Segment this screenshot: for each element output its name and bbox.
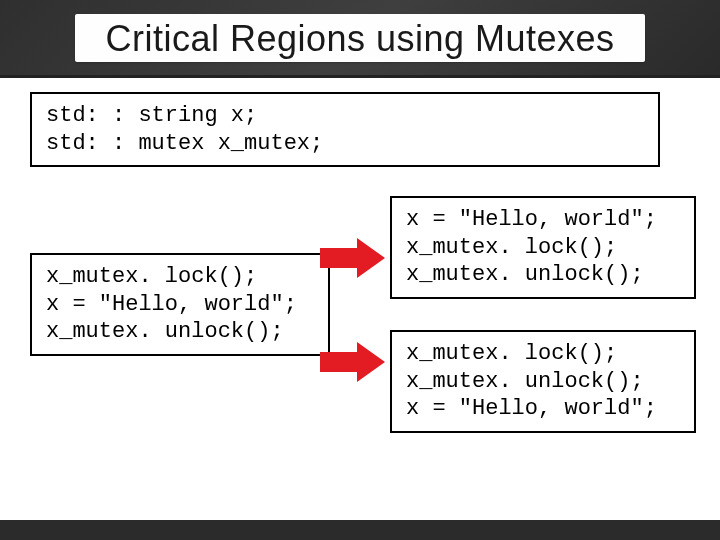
slide-content: std: : string x; std: : mutex x_mutex; x…: [0, 78, 720, 114]
code-right-top: x = "Hello, world"; x_mutex. lock(); x_m…: [390, 196, 696, 299]
arrow-icon: [320, 342, 390, 382]
code-declarations: std: : string x; std: : mutex x_mutex;: [30, 92, 660, 167]
footer-bar: [0, 520, 720, 540]
code-left: x_mutex. lock(); x = "Hello, world"; x_m…: [30, 253, 330, 356]
arrow-icon: [320, 238, 390, 278]
code-right-bottom: x_mutex. lock(); x_mutex. unlock(); x = …: [390, 330, 696, 433]
slide-title: Critical Regions using Mutexes: [75, 14, 644, 62]
header-bar: Critical Regions using Mutexes: [0, 0, 720, 78]
